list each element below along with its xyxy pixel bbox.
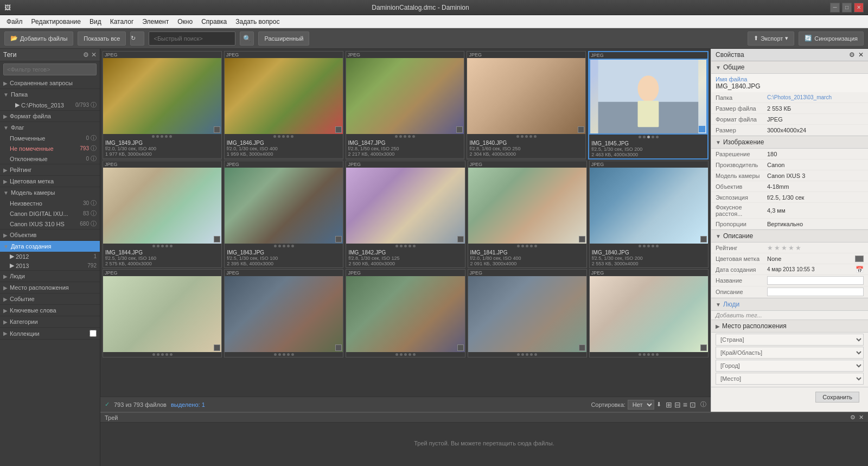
sidebar-section-saved-header[interactable]: ▶ Сохраненные запросы xyxy=(0,78,100,88)
thumbnail-img1843[interactable]: JPEG xyxy=(224,161,343,268)
location-region-select[interactable]: [Край/Область] xyxy=(716,347,864,359)
thumbnail-img1840b[interactable]: JPEG xyxy=(467,51,586,159)
menu-element[interactable]: Элемент xyxy=(138,17,173,27)
search-input[interactable] xyxy=(149,31,235,46)
sidebar-section-rating-header[interactable]: ▶ Рейтинг xyxy=(0,164,100,175)
sidebar-section-flag-header[interactable]: ▼ Флаг xyxy=(0,122,100,133)
sidebar-section-place-header[interactable]: ▶ Место расположения xyxy=(0,282,100,293)
props-save-button[interactable]: Сохранить xyxy=(815,392,859,403)
sidebar-item-folder-path[interactable]: ▶ C:\Photos_2013 0/793 ⓘ xyxy=(0,100,100,110)
props-section-general-header[interactable]: ▼ Общие xyxy=(711,61,868,74)
thumb-select-checkbox[interactable] xyxy=(335,344,342,351)
thumb-select-checkbox[interactable] xyxy=(335,236,342,242)
date-edit-icon[interactable]: 📅 xyxy=(856,266,864,273)
sidebar-section-people-header[interactable]: ▶ Люди xyxy=(0,271,100,282)
export-button[interactable]: ⬆ Экспорт ▾ xyxy=(748,31,794,46)
sidebar-item-camera-ixus[interactable]: Canon IXUS 310 HS 680 ⓘ xyxy=(0,219,100,229)
tray-close-icon[interactable]: ✕ xyxy=(859,414,864,421)
menu-file[interactable]: Файл xyxy=(2,17,27,27)
thumb-select-checkbox[interactable] xyxy=(457,236,464,242)
sidebar-close-icon[interactable]: ✕ xyxy=(91,51,97,59)
sidebar-item-year-2013[interactable]: ▶ 2013 792 xyxy=(0,261,100,270)
menu-edit[interactable]: Редактирование xyxy=(27,17,85,27)
status-selected[interactable]: выделено: 1 xyxy=(171,401,205,408)
star-1[interactable]: ★ xyxy=(767,244,773,252)
sidebar-item-camera-unknown[interactable]: Неизвестно 30 ⓘ xyxy=(0,198,100,208)
thumb-select-checkbox[interactable] xyxy=(579,236,585,242)
thumbnail-row3-c[interactable]: JPEG xyxy=(346,269,465,358)
props-section-image-header[interactable]: ▼ Изображение xyxy=(711,136,868,149)
sync-button[interactable]: 🔄 Синхронизация xyxy=(799,31,864,46)
star-2[interactable]: ★ xyxy=(774,244,780,252)
thumb-select-checkbox[interactable] xyxy=(457,344,464,351)
props-close-icon[interactable]: ✕ xyxy=(858,51,864,59)
thumbnail-img1849[interactable]: JPEG xyxy=(103,51,222,159)
sidebar-section-categories-header[interactable]: ▶ Категории xyxy=(0,316,100,327)
thumbnail-row3-d[interactable]: JPEG xyxy=(468,269,587,358)
sort-select[interactable]: Нет xyxy=(628,400,654,410)
sidebar-section-folder-header[interactable]: ▼ Папка xyxy=(0,89,100,100)
menu-window[interactable]: Окно xyxy=(173,17,197,27)
thumb-select-checkbox[interactable] xyxy=(700,236,707,242)
panel-toggle-icon[interactable]: ⓘ xyxy=(700,400,706,409)
thumb-select-checkbox[interactable] xyxy=(214,344,220,351)
tray-settings-icon[interactable]: ⚙ xyxy=(850,414,856,421)
thumb-select-checkbox[interactable] xyxy=(700,344,707,351)
sidebar-section-format-header[interactable]: ▶ Формат файла xyxy=(0,111,100,122)
thumb-select-checkbox[interactable] xyxy=(214,126,220,133)
thumbnail-row3-a[interactable]: JPEG xyxy=(103,269,222,358)
sidebar-section-keywords-header[interactable]: ▶ Ключевые слова xyxy=(0,305,100,316)
minimize-button[interactable]: ─ xyxy=(830,3,840,12)
tag-filter-input[interactable] xyxy=(3,63,97,75)
maximize-button[interactable]: □ xyxy=(842,3,852,12)
sidebar-section-collections-header[interactable]: ▶ Коллекции xyxy=(0,328,100,339)
sidebar-item-flagged[interactable]: Помеченные 0 ⓘ xyxy=(0,133,100,143)
thumbnail-img1842[interactable]: JPEG xyxy=(346,161,465,268)
sidebar-section-camera-header[interactable]: ▼ Модель камеры xyxy=(0,187,100,198)
props-tag-add[interactable]: Добавить тег... xyxy=(711,311,868,320)
sidebar-item-rejected[interactable]: Отклоненные 0 ⓘ xyxy=(0,154,100,164)
menu-catalog[interactable]: Каталог xyxy=(106,17,138,27)
props-section-people-header[interactable]: ▼ Люди xyxy=(711,298,868,311)
sidebar-section-date-header[interactable]: ▼ Дата создания xyxy=(0,241,100,252)
collections-checkbox[interactable] xyxy=(90,330,97,337)
thumb-select-checkbox[interactable] xyxy=(699,126,705,132)
sidebar-settings-icon[interactable]: ⚙ xyxy=(83,51,89,59)
thumb-select-checkbox[interactable] xyxy=(578,126,584,133)
star-4[interactable]: ★ xyxy=(788,244,794,252)
refresh-button[interactable]: ↻ xyxy=(130,31,144,46)
sidebar-item-unflagged[interactable]: Не помеченные 793 ⓘ xyxy=(0,143,100,154)
advanced-search-button[interactable]: Расширенный xyxy=(258,31,309,46)
sidebar-section-color-header[interactable]: ▶ Цветовая метка xyxy=(0,176,100,187)
location-city-select[interactable]: [Город] xyxy=(716,360,864,372)
props-section-location-header[interactable]: ▶ Место расположения xyxy=(711,320,868,333)
close-button[interactable]: ✕ xyxy=(854,3,864,12)
sidebar-section-event-header[interactable]: ▶ Событие xyxy=(0,293,100,304)
sidebar-item-camera-digital[interactable]: Canon DIGITAL IXU... 83 ⓘ xyxy=(0,208,100,219)
sidebar-section-lens-header[interactable]: ▶ Объектив xyxy=(0,229,100,240)
props-settings-icon[interactable]: ⚙ xyxy=(849,51,855,59)
props-title-input[interactable] xyxy=(767,276,864,285)
star-5[interactable]: ★ xyxy=(795,244,801,252)
thumbnail-img1840[interactable]: JPEG xyxy=(589,161,709,268)
search-button[interactable]: 🔍 xyxy=(240,31,254,46)
rating-stars[interactable]: ★ ★ ★ ★ ★ xyxy=(767,244,801,252)
thumb-select-checkbox[interactable] xyxy=(579,344,585,351)
location-country-select[interactable]: [Страна] xyxy=(716,334,864,346)
thumbnail-img1847[interactable]: JPEG xyxy=(346,51,465,159)
menu-view[interactable]: Вид xyxy=(85,17,106,27)
thumbnail-row3-e[interactable]: JPEG xyxy=(589,269,709,358)
thumb-select-checkbox[interactable] xyxy=(456,126,463,133)
thumbnail-img1845-selected[interactable]: JPEG xyxy=(588,51,709,159)
show-all-button[interactable]: Показать все xyxy=(78,31,126,46)
add-files-button[interactable]: 📂 Добавить файлы xyxy=(4,31,73,46)
menu-help[interactable]: Справка xyxy=(197,17,231,27)
thumbnail-row3-b[interactable]: JPEG xyxy=(224,269,343,358)
view-list-icon[interactable]: ≡ xyxy=(683,400,687,409)
thumb-select-checkbox[interactable] xyxy=(335,126,342,133)
star-3[interactable]: ★ xyxy=(781,244,787,252)
view-detail-icon[interactable]: ⊡ xyxy=(690,400,696,409)
sort-direction-icon[interactable]: ⬇ xyxy=(656,401,661,408)
sidebar-item-year-2012[interactable]: ▶ 2012 1 xyxy=(0,252,100,261)
props-section-description-header[interactable]: ▼ Описание xyxy=(711,230,868,242)
